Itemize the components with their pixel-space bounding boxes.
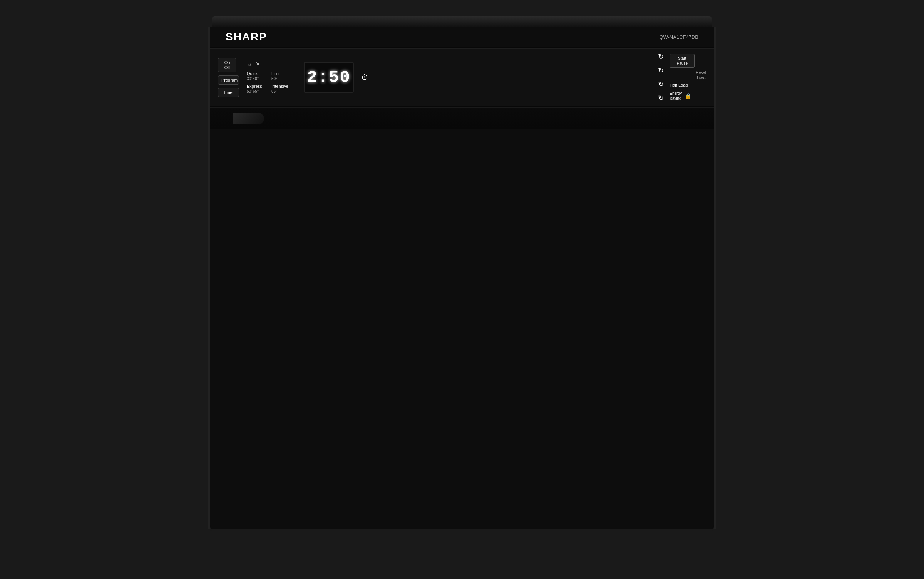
display-indicators: ⏱ bbox=[362, 74, 368, 82]
start-pause-button[interactable]: Start Pause bbox=[670, 54, 695, 68]
cycle-icon-2: ↻ bbox=[658, 66, 664, 75]
door-section bbox=[208, 107, 716, 531]
door-groove bbox=[210, 107, 714, 129]
start-pause-row: Start Pause bbox=[670, 54, 695, 68]
right-icons-column: ↻ ↻ ↻ ↻ bbox=[658, 52, 664, 102]
program-intensive[interactable]: Intensive 65° bbox=[271, 84, 288, 94]
program-quick[interactable]: Quick 30' 40° bbox=[247, 71, 264, 81]
pause-label: Pause bbox=[673, 61, 691, 66]
lock-icon: 🔒 bbox=[685, 93, 691, 99]
reset-row: Reset 3 sec. bbox=[696, 70, 706, 80]
logo-bar: SHARP QW-NA1CF47DB bbox=[210, 27, 714, 47]
program-eco[interactable]: Eco 50° bbox=[271, 71, 288, 81]
energy-saving-row: Energy saving 🔒 bbox=[670, 91, 691, 101]
top-lip bbox=[212, 16, 712, 27]
right-section: ↻ ↻ ↻ ↻ Start Pause bbox=[658, 52, 706, 102]
program-options: ☼ ✳ Quick 30' 40° Eco 50° Express 50' 65… bbox=[247, 61, 288, 94]
timer-indicator-icon: ⏱ bbox=[362, 74, 368, 82]
program-express[interactable]: Express 50' 65° bbox=[247, 84, 264, 94]
start-label: Start bbox=[673, 56, 691, 61]
program-button[interactable]: Program bbox=[218, 75, 239, 85]
half-load-row: Half Load bbox=[670, 82, 688, 88]
left-buttons-group: On Off Program Timer bbox=[218, 58, 239, 97]
cycle-icon-3: ↻ bbox=[658, 80, 664, 89]
brand-logo: SHARP bbox=[226, 31, 267, 43]
snowflake-icon: ☼ bbox=[247, 61, 252, 67]
reset-label: Reset 3 sec. bbox=[696, 70, 706, 80]
timer-button[interactable]: Timer bbox=[218, 88, 239, 97]
on-label: On bbox=[222, 60, 232, 65]
led-display: 2:50 bbox=[304, 62, 354, 93]
door-main bbox=[210, 129, 714, 529]
off-label: Off bbox=[222, 65, 232, 70]
right-buttons-column: Start Pause Reset 3 sec. Half Load bbox=[670, 54, 706, 100]
half-load-button[interactable]: Half Load bbox=[670, 82, 688, 88]
on-off-button[interactable]: On Off bbox=[218, 58, 236, 72]
control-strip: On Off Program Timer ☼ ✳ Quick 30' 40° bbox=[210, 48, 714, 107]
sun-icon: ✳ bbox=[256, 61, 260, 67]
cycle-icon-4: ↻ bbox=[658, 94, 664, 102]
door-handle[interactable] bbox=[233, 113, 264, 124]
control-panel-container: SHARP QW-NA1CF47DB On Off Program Timer … bbox=[208, 27, 716, 107]
time-display: 2:50 bbox=[307, 68, 351, 87]
model-number: QW-NA1CF47DB bbox=[659, 34, 698, 40]
energy-saving-button[interactable]: Energy saving bbox=[670, 91, 682, 101]
cycle-icon-1: ↻ bbox=[658, 52, 664, 61]
dishwasher: SHARP QW-NA1CF47DB On Off Program Timer … bbox=[204, 16, 720, 563]
